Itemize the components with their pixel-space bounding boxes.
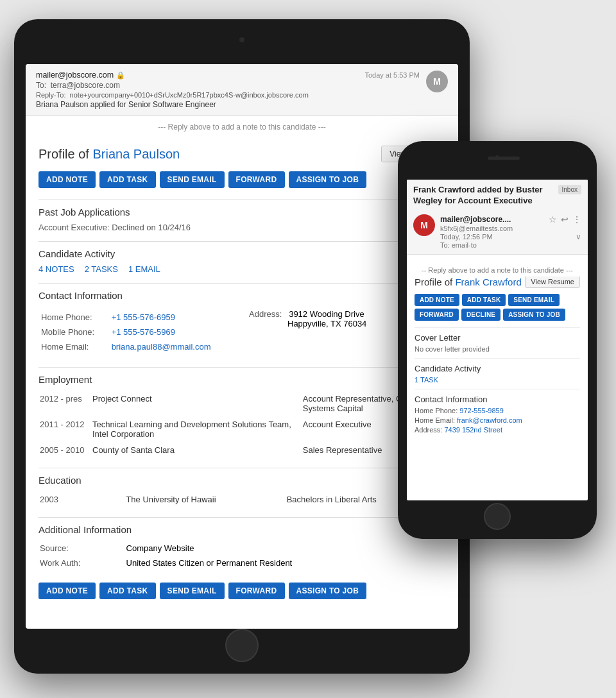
phone-device: Inbox Frank Crawford added by Buster Weg…: [398, 141, 597, 539]
expand-icon[interactable]: ∨: [576, 232, 581, 241]
table-row: 2011 - 2012 Technical Learning and Devel…: [40, 417, 444, 441]
home-email-label: Home Email:: [41, 340, 110, 353]
contact-table: Home Phone: +1 555-576-6959 Mobile Phone…: [38, 306, 445, 358]
profile-content: Profile of Briana Paulson View Resume AD…: [26, 135, 458, 629]
email-header: mailer@jobscore.com 🔒 Today at 5:53 PM T…: [26, 64, 458, 116]
emp-company-1: Project Connect: [92, 391, 302, 416]
activity-notes[interactable]: 4 NOTES: [38, 264, 74, 274]
past-jobs-text: Account Executive: Declined on 10/24/16: [38, 223, 445, 232]
star-icon[interactable]: ☆: [549, 214, 557, 225]
phone-add-note-btn[interactable]: ADD NOTE: [415, 294, 459, 306]
phone-add-task-btn[interactable]: ADD TASK: [462, 294, 506, 306]
more-icon[interactable]: ⋮: [572, 214, 581, 225]
contact-left: Home Phone: +1 555-576-6959 Mobile Phone…: [40, 309, 236, 355]
phone-profile-title-row: View Resume Profile of Frank Crawford: [415, 277, 580, 290]
emp-year-3: 2005 - 2010: [40, 443, 91, 457]
phone-sender-name: mailer@jobscore....: [440, 215, 511, 224]
email-replyto: note+yourcompany+0010+dSrUxcMz0r5R17pbxc…: [70, 91, 309, 99]
bottom-action-buttons: ADD NOTE ADD TASK SEND EMAIL FORWARD ASS…: [38, 583, 445, 599]
phone-avatar-letter: M: [420, 220, 428, 230]
mobile-phone[interactable]: +1 555-576-5969: [112, 325, 235, 339]
inbox-badge: Inbox: [558, 185, 581, 194]
phone-screen: Inbox Frank Crawford added by Buster Weg…: [407, 180, 588, 500]
phone-activity-link[interactable]: 1 TASK: [415, 376, 580, 384]
mobile-phone-label: Mobile Phone:: [41, 325, 110, 339]
table-row: Work Auth: United States Citizen or Perm…: [40, 556, 444, 570]
emp-year-2: 2011 - 2012: [40, 417, 91, 441]
bottom-assign-to-job-button[interactable]: ASSIGN TO JOB: [289, 583, 367, 599]
table-row: Source: Company Website: [40, 541, 444, 555]
profile-title-prefix: Profile of: [38, 147, 89, 161]
phone-title-prefix: Profile of: [415, 277, 452, 287]
tablet-home-button[interactable]: [225, 629, 259, 662]
phone-profile-name: Frank Crawford: [455, 277, 521, 287]
bottom-send-email-button[interactable]: SEND EMAIL: [160, 583, 225, 599]
email-to: terra@jobscore.com: [51, 81, 120, 90]
phone-decline-btn[interactable]: DECLINE: [461, 309, 501, 321]
phone-home-phone-value[interactable]: 972-555-9859: [459, 407, 504, 414]
phone-cover-letter-text: No cover letter provided: [415, 345, 580, 353]
profile-title: Profile of Briana Paulson: [38, 147, 180, 162]
reply-icon[interactable]: ↩: [561, 214, 569, 225]
divider-2: [38, 241, 445, 242]
phone-subject: Frank Crawford added by Buster Wegley fo…: [413, 185, 581, 207]
divider-3: [38, 283, 445, 284]
phone-send-time: Today, 12:56 PM: [440, 233, 493, 241]
phone-reply-divider: -- Reply above to add a note to this can…: [415, 261, 580, 277]
emp-company-3: County of Santa Clara: [92, 443, 302, 457]
phone-home-email-label: Home Email:: [415, 416, 455, 424]
tablet-screen: mailer@jobscore.com 🔒 Today at 5:53 PM T…: [26, 64, 458, 629]
to-label: To:: [36, 81, 46, 90]
phone-home-email-value[interactable]: frank@crawford.com: [457, 416, 522, 424]
divider-6: [38, 517, 445, 518]
table-row: 2003 The University of Hawaii Bachelors …: [40, 492, 444, 507]
phone-bottom-buttons: FORWARD DECLINE ASSIGN TO JOB: [415, 309, 580, 321]
phone-view-resume-button[interactable]: View Resume: [525, 277, 580, 288]
divider-1: [38, 200, 445, 200]
phone-top-buttons: ADD NOTE ADD TASK SEND EMAIL: [415, 294, 580, 306]
bottom-add-note-button[interactable]: ADD NOTE: [38, 583, 96, 599]
phone-home-phone-label: Home Phone:: [415, 407, 458, 414]
additional-info-table: Source: Company Website Work Auth: Unite…: [38, 540, 445, 571]
home-phone-label: Home Phone:: [41, 311, 110, 324]
home-email[interactable]: briana.paul88@mmail.com: [112, 340, 235, 353]
table-row: 2012 - pres Project Connect Account Repr…: [40, 391, 444, 416]
activity-emails[interactable]: 1 EMAIL: [128, 264, 160, 274]
work-auth-label: Work Auth:: [40, 556, 125, 570]
phone-send-email-btn[interactable]: SEND EMAIL: [508, 294, 560, 306]
replyto-label: Reply-To:: [36, 91, 65, 99]
phone-assign-job-btn[interactable]: ASSIGN TO JOB: [503, 309, 565, 321]
phone-home-phone-row: Home Phone: 972-555-9859: [415, 407, 580, 414]
address-line1: 3912 Wooding Drive: [289, 309, 364, 319]
phone-sender-row: M mailer@jobscore.... ☆ ↩ ⋮ k5fx6j@email…: [413, 214, 581, 249]
phone-home-email-row: Home Email: frank@crawford.com: [415, 416, 580, 424]
phone-home-button[interactable]: [484, 503, 511, 530]
education-title: Education: [38, 475, 445, 486]
email-meta: mailer@jobscore.com 🔒 Today at 5:53 PM T…: [36, 71, 420, 109]
phone-activity-title: Candidate Activity: [415, 358, 580, 373]
emp-year-1: 2012 - pres: [40, 391, 91, 416]
bottom-add-task-button[interactable]: ADD TASK: [99, 583, 156, 599]
phone-cover-letter-title: Cover Letter: [415, 327, 580, 343]
reply-divider: --- Reply above to add a note to this ca…: [26, 116, 458, 135]
assign-to-job-button[interactable]: ASSIGN TO JOB: [289, 171, 367, 188]
top-action-buttons: ADD NOTE ADD TASK SEND EMAIL FORWARD ASS…: [38, 171, 445, 188]
email-time: Today at 5:53 PM: [364, 71, 420, 79]
additional-title: Additional Information: [38, 524, 445, 535]
forward-button[interactable]: FORWARD: [228, 171, 285, 188]
phone-sender-email: k5fx6j@emailtests.com: [440, 225, 581, 232]
phone-forward-btn[interactable]: FORWARD: [415, 309, 459, 321]
contact-title: Contact Information: [38, 290, 445, 301]
employment-title: Employment: [38, 374, 445, 385]
address-label: Address:: [249, 309, 282, 319]
phone-speaker: [488, 157, 520, 160]
bottom-forward-button[interactable]: FORWARD: [228, 583, 285, 599]
emp-company-2: Technical Learning and Development Solut…: [92, 417, 302, 441]
add-task-button[interactable]: ADD TASK: [99, 171, 156, 188]
home-phone[interactable]: +1 555-576-6959: [112, 311, 235, 324]
source-value: Company Website: [126, 541, 444, 555]
add-note-button[interactable]: ADD NOTE: [38, 171, 96, 188]
activity-tasks[interactable]: 2 TASKS: [85, 264, 118, 274]
send-email-button[interactable]: SEND EMAIL: [160, 171, 225, 188]
phone-to: To: email-to: [440, 241, 581, 249]
